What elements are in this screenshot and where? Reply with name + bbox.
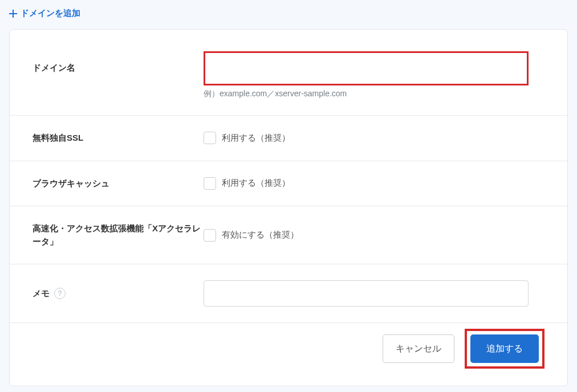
button-row: キャンセル 追加する bbox=[10, 323, 567, 369]
submit-highlight: 追加する bbox=[465, 329, 545, 369]
browser-cache-row: ブラウザキャッシュ 利用する（推奨） bbox=[10, 161, 567, 207]
add-domain-label: ドメインを追加 bbox=[21, 8, 80, 19]
submit-button[interactable]: 追加する bbox=[470, 334, 539, 363]
xaccelerator-checkbox-label: 有効にする（推奨） bbox=[222, 230, 299, 240]
xaccelerator-label: 高速化・アクセス数拡張機能「Xアクセラレータ」 bbox=[32, 222, 204, 248]
ssl-label: 無料独自SSL bbox=[32, 132, 204, 145]
xaccelerator-checkbox[interactable]: 有効にする（推奨） bbox=[204, 229, 545, 242]
browser-cache-checkbox[interactable]: 利用する（推奨） bbox=[204, 177, 545, 190]
xaccelerator-row: 高速化・アクセス数拡張機能「Xアクセラレータ」 有効にする（推奨） bbox=[10, 206, 567, 264]
checkbox-icon bbox=[204, 229, 216, 242]
memo-input[interactable] bbox=[204, 280, 529, 307]
ssl-row: 無料独自SSL 利用する（推奨） bbox=[10, 116, 567, 161]
memo-row: メモ ? bbox=[10, 264, 567, 323]
add-domain-link[interactable]: ドメインを追加 bbox=[9, 6, 80, 21]
domain-input[interactable] bbox=[204, 51, 529, 85]
domain-row: ドメイン名 例）example.com／xserver-sample.com bbox=[10, 35, 567, 116]
help-icon[interactable]: ? bbox=[54, 288, 66, 299]
domain-label: ドメイン名 bbox=[32, 51, 204, 75]
ssl-checkbox[interactable]: 利用する（推奨） bbox=[204, 132, 545, 144]
checkbox-icon bbox=[204, 177, 216, 190]
checkbox-icon bbox=[204, 132, 216, 144]
memo-label: メモ bbox=[32, 287, 50, 300]
cancel-button[interactable]: キャンセル bbox=[383, 334, 454, 363]
ssl-checkbox-label: 利用する（推奨） bbox=[222, 133, 290, 144]
form-panel: ドメイン名 例）example.com／xserver-sample.com 無… bbox=[9, 29, 568, 386]
browser-cache-checkbox-label: 利用する（推奨） bbox=[222, 178, 290, 189]
domain-hint: 例）example.com／xserver-sample.com bbox=[204, 89, 545, 99]
plus-icon bbox=[9, 10, 17, 18]
browser-cache-label: ブラウザキャッシュ bbox=[32, 177, 204, 190]
